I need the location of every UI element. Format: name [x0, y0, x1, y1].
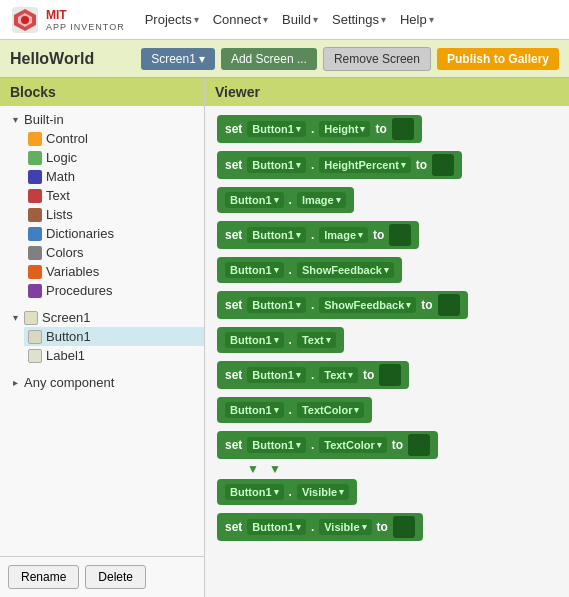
dot-separator: .: [289, 263, 292, 277]
any-component-expand-icon[interactable]: ▸: [8, 376, 22, 390]
button1-dropdown-tc[interactable]: Button1 ▾: [247, 437, 306, 453]
heightpercent-prop[interactable]: HeightPercent ▾: [319, 157, 411, 173]
text-prop-get[interactable]: Text ▾: [297, 332, 336, 348]
screen-dropdown-arrow: ▾: [199, 52, 205, 66]
button1-dropdown-img-get[interactable]: Button1 ▾: [225, 192, 284, 208]
logic-label: Logic: [46, 150, 77, 165]
block-get-textcolor[interactable]: Button1 ▾ . TextColor ▾: [217, 397, 557, 423]
button1-dropdown-height[interactable]: Button1 ▾: [247, 121, 306, 137]
block-set-height[interactable]: set Button1 ▾ . Height ▾ to: [217, 115, 557, 143]
button1-dropdown-hp[interactable]: Button1 ▾: [247, 157, 306, 173]
textcolor-prop-get[interactable]: TextColor ▾: [297, 402, 365, 418]
logo: MIT APP INVENTOR: [10, 5, 125, 35]
to-keyword: to: [421, 298, 432, 312]
block-get-visible[interactable]: Button1 ▾ . Visible ▾: [217, 479, 557, 505]
svg-point-3: [21, 16, 29, 24]
image-prop[interactable]: Image ▾: [319, 227, 368, 243]
image-prop-get[interactable]: Image ▾: [297, 192, 346, 208]
value-socket: [392, 118, 414, 140]
sidebar-item-control[interactable]: Control: [24, 129, 204, 148]
block-set-textcolor[interactable]: set Button1 ▾ . TextColor ▾ to: [217, 431, 557, 459]
sidebar-item-logic[interactable]: Logic: [24, 148, 204, 167]
sidebar-footer: Rename Delete: [0, 556, 204, 597]
set-keyword: set: [225, 122, 242, 136]
button1-dropdown-text-get[interactable]: Button1 ▾: [225, 332, 284, 348]
button1-dropdown-text[interactable]: Button1 ▾: [247, 367, 306, 383]
sidebar-item-variables[interactable]: Variables: [24, 262, 204, 281]
dot-separator: .: [311, 122, 314, 136]
sidebar-item-label1[interactable]: Label1: [24, 346, 204, 365]
set-keyword: set: [225, 228, 242, 242]
sidebar-item-colors[interactable]: Colors: [24, 243, 204, 262]
viewer-content: set Button1 ▾ . Height ▾ to set Button1 …: [205, 106, 569, 550]
textcolor-prop[interactable]: TextColor ▾: [319, 437, 387, 453]
button1-dropdown-vis[interactable]: Button1 ▾: [247, 519, 306, 535]
dot-separator: .: [289, 403, 292, 417]
to-keyword: to: [377, 520, 388, 534]
blocks-header: Blocks: [0, 78, 204, 106]
value-socket: [379, 364, 401, 386]
rename-button[interactable]: Rename: [8, 565, 79, 589]
dot-separator: .: [289, 485, 292, 499]
block-set-text[interactable]: set Button1 ▾ . Text ▾ to: [217, 361, 557, 389]
visible-prop[interactable]: Visible ▾: [319, 519, 371, 535]
block-set-visible[interactable]: set Button1 ▾ . Visible ▾ to: [217, 513, 557, 541]
sidebar-item-dictionaries[interactable]: Dictionaries: [24, 224, 204, 243]
showfeedback-prop[interactable]: ShowFeedback ▾: [319, 297, 416, 313]
nav-connect[interactable]: Connect▾: [213, 12, 268, 27]
any-component-item[interactable]: ▸ Any component: [0, 373, 204, 392]
any-component-section: ▸ Any component: [0, 369, 204, 396]
sidebar-item-button1[interactable]: Button1: [24, 327, 204, 346]
dot-separator: .: [289, 333, 292, 347]
builtin-collapse-icon[interactable]: ▾: [8, 113, 22, 127]
block-get-image[interactable]: Button1 ▾ . Image ▾: [217, 187, 557, 213]
nav-help[interactable]: Help▾: [400, 12, 434, 27]
screen1-children: Button1 Label1: [0, 327, 204, 365]
block-set-heightpercent[interactable]: set Button1 ▾ . HeightPercent ▾ to: [217, 151, 557, 179]
screen1-collapse-icon[interactable]: ▾: [8, 311, 22, 325]
label1-label: Label1: [46, 348, 85, 363]
height-prop[interactable]: Height ▾: [319, 121, 370, 137]
remove-screen-button[interactable]: Remove Screen: [323, 47, 431, 71]
builtin-toggle[interactable]: ▾ Built-in: [0, 110, 204, 129]
builtin-label: Built-in: [24, 112, 64, 127]
button1-dropdown-sf[interactable]: Button1 ▾: [247, 297, 306, 313]
procedures-label: Procedures: [46, 283, 112, 298]
dot-separator: .: [311, 158, 314, 172]
button1-icon: [28, 330, 42, 344]
block-set-image[interactable]: set Button1 ▾ . Image ▾ to: [217, 221, 557, 249]
button1-dropdown-tc-get[interactable]: Button1 ▾: [225, 402, 284, 418]
showfeedback-prop-get[interactable]: ShowFeedback ▾: [297, 262, 394, 278]
math-icon: [28, 170, 42, 184]
nav-menu: Projects▾ Connect▾ Build▾ Settings▾ Help…: [145, 12, 559, 27]
sidebar-item-procedures[interactable]: Procedures: [24, 281, 204, 300]
block-get-showfeedback[interactable]: Button1 ▾ . ShowFeedback ▾: [217, 257, 557, 283]
nav-projects[interactable]: Projects▾: [145, 12, 199, 27]
top-navigation: MIT APP INVENTOR Projects▾ Connect▾ Buil…: [0, 0, 569, 40]
screen-selector-button[interactable]: Screen1 ▾: [141, 48, 215, 70]
set-keyword: set: [225, 438, 242, 452]
button1-dropdown-vis-get[interactable]: Button1 ▾: [225, 484, 284, 500]
sidebar-item-lists[interactable]: Lists: [24, 205, 204, 224]
add-screen-button[interactable]: Add Screen ...: [221, 48, 317, 70]
sidebar-item-text[interactable]: Text: [24, 186, 204, 205]
visible-prop-get[interactable]: Visible ▾: [297, 484, 349, 500]
publish-to-gallery-button[interactable]: Publish to Gallery: [437, 48, 559, 70]
toolbar: HelloWorld Screen1 ▾ Add Screen ... Remo…: [0, 40, 569, 78]
button1-dropdown-img[interactable]: Button1 ▾: [247, 227, 306, 243]
any-component-label: Any component: [24, 375, 114, 390]
nav-build[interactable]: Build▾: [282, 12, 318, 27]
set-keyword: set: [225, 520, 242, 534]
block-get-text[interactable]: Button1 ▾ . Text ▾: [217, 327, 557, 353]
screen1-toggle[interactable]: ▾ Screen1: [0, 308, 204, 327]
to-keyword: to: [416, 158, 427, 172]
button1-dropdown-sf-get[interactable]: Button1 ▾: [225, 262, 284, 278]
sidebar-item-math[interactable]: Math: [24, 167, 204, 186]
text-prop[interactable]: Text ▾: [319, 367, 358, 383]
delete-button[interactable]: Delete: [85, 565, 146, 589]
builtin-section: ▾ Built-in Control Logic Math T: [0, 106, 204, 304]
value-socket: [408, 434, 430, 456]
block-set-showfeedback[interactable]: set Button1 ▾ . ShowFeedback ▾ to: [217, 291, 557, 319]
nav-settings[interactable]: Settings▾: [332, 12, 386, 27]
project-title: HelloWorld: [10, 50, 135, 68]
